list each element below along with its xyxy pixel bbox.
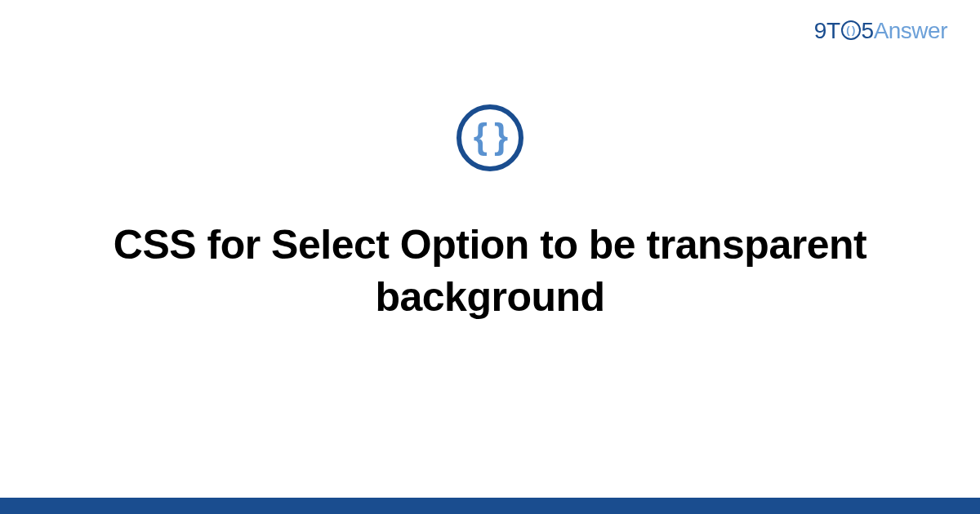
page-title: CSS for Select Option to be transparent … xyxy=(49,219,931,323)
logo-circle-inner: ( ) xyxy=(846,24,855,35)
braces-glyph: { } xyxy=(474,118,506,154)
logo-text-5: 5 xyxy=(862,18,874,44)
site-logo: 9T ( ) 5 Answer xyxy=(814,18,947,44)
logo-text-9t: 9T xyxy=(814,18,840,44)
css-braces-icon: { } xyxy=(457,104,523,171)
logo-text-answer: Answer xyxy=(874,18,947,44)
logo-circle-icon: ( ) xyxy=(841,20,861,40)
footer-bar xyxy=(0,498,980,514)
